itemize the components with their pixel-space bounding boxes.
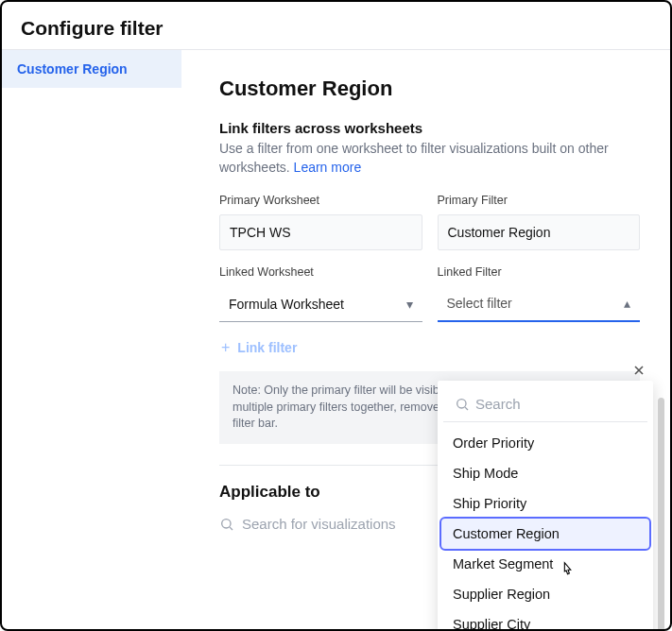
search-icon xyxy=(219,517,234,532)
primary-worksheet-field: TPCH WS xyxy=(219,214,422,250)
link-description: Use a filter from one worksheet to filte… xyxy=(219,140,640,177)
page-title: Customer Region xyxy=(219,77,640,101)
primary-filter-label: Primary Filter xyxy=(438,194,641,211)
section-title-link: Link filters across worksheets xyxy=(219,120,640,136)
remove-linked-filter-button[interactable] xyxy=(629,360,649,381)
plus-icon: + xyxy=(221,339,230,356)
dropdown-option[interactable]: Ship Mode xyxy=(441,458,649,488)
dialog-body: Customer Region Customer Region Link fil… xyxy=(2,49,670,629)
linked-worksheet-select[interactable]: Formula Worksheet ▾ xyxy=(219,286,422,322)
dropdown-option[interactable]: Order Priority xyxy=(441,428,649,458)
close-icon xyxy=(633,365,645,376)
dropdown-option[interactable]: Market Segment xyxy=(441,549,649,579)
chevron-down-icon: ▾ xyxy=(406,297,413,312)
sidebar: Customer Region xyxy=(2,50,181,629)
visualization-search-placeholder: Search for visualizations xyxy=(242,516,396,532)
learn-more-link[interactable]: Learn more xyxy=(294,160,362,175)
main-panel: Customer Region Link filters across work… xyxy=(181,50,670,629)
primary-filter-field: Customer Region xyxy=(438,214,641,250)
dropdown-option-list: Order PriorityShip ModeShip PriorityCust… xyxy=(438,428,653,629)
linked-filter-dropdown: Search Order PriorityShip ModeShip Prior… xyxy=(438,381,653,629)
svg-line-5 xyxy=(465,407,468,410)
linked-worksheet-label: Linked Worksheet xyxy=(219,265,422,282)
dropdown-option[interactable]: Supplier Region xyxy=(441,579,649,609)
search-icon xyxy=(455,397,470,412)
chevron-up-icon: ▴ xyxy=(624,296,630,311)
dropdown-search-placeholder: Search xyxy=(475,396,521,412)
dialog-title: Configure filter xyxy=(2,2,670,49)
dropdown-option[interactable]: Customer Region xyxy=(441,519,649,549)
scrollbar-thumb[interactable] xyxy=(658,398,664,629)
dropdown-search[interactable]: Search xyxy=(443,386,647,422)
dropdown-option[interactable]: Ship Priority xyxy=(441,488,649,519)
add-link-filter-button[interactable]: + Link filter xyxy=(219,339,640,356)
svg-point-4 xyxy=(457,399,466,407)
cursor-pointer-icon xyxy=(558,560,578,581)
svg-point-0 xyxy=(222,519,231,527)
sidebar-item-customer-region[interactable]: Customer Region xyxy=(2,50,181,88)
linked-filter-label: Linked Filter xyxy=(438,265,641,282)
linked-filter-select[interactable]: Select filter ▴ xyxy=(438,286,641,322)
primary-worksheet-label: Primary Worksheet xyxy=(219,194,422,211)
dropdown-option[interactable]: Supplier City xyxy=(441,609,649,629)
configure-filter-dialog: Configure filter Customer Region Custome… xyxy=(0,0,672,631)
svg-line-1 xyxy=(230,527,233,530)
sidebar-item-label: Customer Region xyxy=(17,61,128,77)
filter-grid: Primary Worksheet Primary Filter TPCH WS… xyxy=(219,194,640,322)
